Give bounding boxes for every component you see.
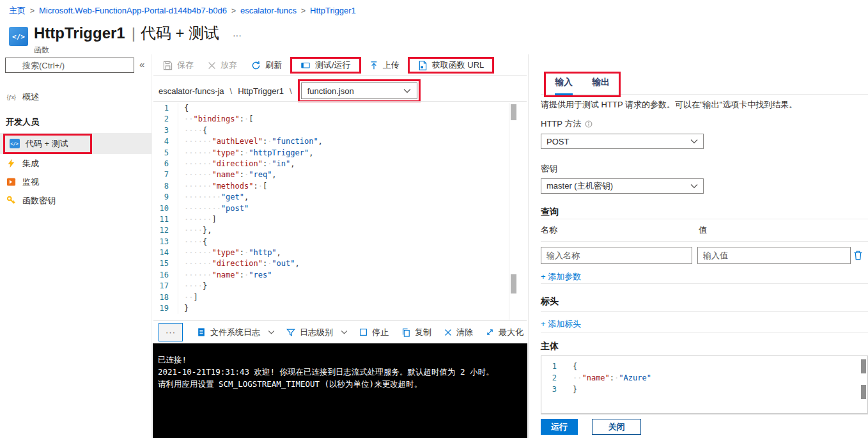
save-button[interactable]: 保存 bbox=[156, 59, 201, 71]
http-method-select[interactable]: POST bbox=[541, 134, 704, 149]
headers-section-title: 标头 bbox=[541, 296, 559, 308]
line-number: 9 bbox=[159, 192, 178, 203]
info-icon[interactable] bbox=[585, 120, 593, 128]
filter-icon bbox=[286, 328, 295, 337]
code-line: 2··"bindings":·[ bbox=[159, 114, 508, 125]
sidebar-item-monitor[interactable]: 监视 bbox=[0, 173, 151, 191]
add-parameter-link[interactable]: + 添加参数 bbox=[541, 271, 581, 283]
breadcrumb-separator: > bbox=[297, 6, 310, 15]
code-line: 5······"type":·"httpTrigger", bbox=[159, 148, 508, 159]
lightning-icon bbox=[6, 159, 17, 169]
query-value-input[interactable] bbox=[697, 247, 851, 264]
sidebar-item-function-keys[interactable]: 函数密钥 bbox=[0, 191, 151, 210]
chevron-down-icon bbox=[341, 330, 348, 334]
line-number: 2 bbox=[541, 372, 567, 384]
clear-button[interactable]: 清除 bbox=[438, 327, 479, 338]
more-ellipsis-icon[interactable]: ··· bbox=[233, 30, 242, 40]
add-header-link[interactable]: + 添加标头 bbox=[541, 318, 581, 330]
line-number: 13 bbox=[159, 237, 178, 247]
close-button[interactable]: 关闭 bbox=[592, 419, 641, 435]
http-method-label: HTTP 方法 bbox=[541, 118, 593, 130]
search-input[interactable] bbox=[5, 58, 134, 73]
file-select-dropdown[interactable]: function.json bbox=[301, 82, 417, 99]
scrollbar-thumb[interactable] bbox=[861, 359, 866, 373]
log-level-dropdown[interactable]: 日志级别 bbox=[280, 327, 339, 338]
page-title: HttpTrigger1|代码 + 测试 ··· bbox=[34, 23, 242, 43]
code-line: 15······"direction":·"out", bbox=[159, 258, 508, 269]
sidebar-item-code-test[interactable]: </> 代码 + 测试 bbox=[0, 133, 151, 154]
line-number: 14 bbox=[159, 247, 178, 258]
code-line: 8······"methods":·[ bbox=[159, 181, 508, 192]
file-breadcrumb-app[interactable]: escalator-funcs-ja bbox=[159, 86, 224, 96]
function-code-icon: </> bbox=[9, 27, 28, 46]
divider bbox=[541, 332, 868, 332]
delete-row-button[interactable] bbox=[853, 250, 863, 260]
line-number: 1 bbox=[159, 103, 178, 114]
request-body-editor[interactable]: 1{2··"name":·"Azure"3} bbox=[541, 356, 868, 414]
log-stream-console[interactable]: 已连接!2021-10-21T19:31:43 欢迎! 你现在已连接到日志流式处… bbox=[153, 343, 527, 438]
query-name-input[interactable] bbox=[541, 247, 692, 264]
line-number: 3 bbox=[159, 125, 178, 136]
upload-button[interactable]: 上传 bbox=[362, 59, 407, 71]
chevron-down-icon bbox=[690, 139, 698, 144]
discard-x-icon bbox=[208, 61, 216, 70]
filesystem-logs-dropdown[interactable]: 文件系统日志 bbox=[190, 327, 267, 338]
stop-button[interactable]: 停止 bbox=[353, 327, 395, 338]
line-number: 11 bbox=[159, 214, 178, 225]
console-line: 已连接! bbox=[158, 354, 522, 366]
save-icon bbox=[163, 61, 173, 70]
body-section-title: 主体 bbox=[541, 341, 559, 352]
file-breadcrumb: escalator-funcs-ja \ HttpTrigger1 \ func… bbox=[159, 81, 421, 100]
line-number: 18 bbox=[159, 292, 178, 303]
code-line: 16······"name":·"res" bbox=[159, 270, 508, 281]
line-number: 16 bbox=[159, 270, 178, 281]
test-run-button[interactable]: 测试/运行 bbox=[293, 59, 358, 71]
line-number: 8 bbox=[159, 181, 178, 192]
line-number: 4 bbox=[159, 136, 178, 147]
line-number: 17 bbox=[159, 281, 178, 292]
run-button[interactable]: 运行 bbox=[541, 419, 578, 435]
maximize-button[interactable]: 最大化 bbox=[479, 327, 530, 338]
discard-button[interactable]: 放弃 bbox=[201, 59, 244, 71]
get-url-icon bbox=[418, 61, 428, 70]
body-editor-scrollbar[interactable] bbox=[860, 357, 867, 412]
copy-button[interactable]: 复制 bbox=[395, 327, 438, 338]
breadcrumb-functionapp-portal[interactable]: Microsoft.Web-FunctionApp-Portal-d144b4b… bbox=[39, 6, 227, 15]
code-line: 10········"post" bbox=[159, 203, 508, 214]
sidebar-item-integration[interactable]: 集成 bbox=[0, 154, 151, 173]
refresh-button[interactable]: 刷新 bbox=[244, 59, 289, 71]
code-line: 12····}, bbox=[159, 225, 508, 236]
line-number: 1 bbox=[541, 361, 567, 372]
breadcrumb-escalator-funcs[interactable]: escalator-funcs bbox=[240, 6, 297, 15]
key-select[interactable]: master (主机密钥) bbox=[541, 178, 704, 194]
code-line: 7······"name":·"req", bbox=[159, 169, 508, 180]
breadcrumb-home[interactable]: 主页 bbox=[9, 6, 26, 15]
sidebar: « {ƒx} 概述 开发人员 </> 代码 + 测试 集成 监视 bbox=[0, 54, 152, 438]
scrollbar-thumb[interactable] bbox=[861, 385, 866, 399]
line-number: 12 bbox=[159, 225, 178, 236]
code-line: 17····} bbox=[159, 281, 508, 292]
editor-scrollbar[interactable] bbox=[509, 103, 516, 320]
tab-input[interactable]: 输入 bbox=[555, 77, 573, 95]
breadcrumb-separator: > bbox=[227, 6, 240, 15]
scrollbar-thumb[interactable] bbox=[511, 104, 516, 120]
breadcrumb-separator: > bbox=[26, 6, 39, 15]
console-more-button[interactable]: ··· bbox=[159, 323, 183, 341]
code-line: 6······"direction":·"in", bbox=[159, 159, 508, 169]
line-number: 3 bbox=[541, 384, 567, 395]
collapse-sidebar-button[interactable]: « bbox=[139, 59, 144, 70]
query-section-title: 查询 bbox=[541, 207, 559, 218]
fx-overview-icon: {ƒx} bbox=[6, 92, 17, 102]
file-breadcrumb-function[interactable]: HttpTrigger1 bbox=[238, 86, 284, 96]
breadcrumb-httptrigger1[interactable]: HttpTrigger1 bbox=[310, 6, 356, 15]
line-number: 19 bbox=[159, 303, 178, 314]
code-editor[interactable]: 1{2··"bindings":·[3····{4······"authLeve… bbox=[159, 103, 508, 320]
tab-output[interactable]: 输出 bbox=[592, 77, 610, 95]
get-function-url-button[interactable]: 获取函数 URL bbox=[411, 59, 492, 71]
sidebar-item-overview[interactable]: {ƒx} 概述 bbox=[0, 88, 151, 106]
line-number: 15 bbox=[159, 258, 178, 269]
annotation-box: 测试/运行 bbox=[290, 57, 361, 74]
trash-icon bbox=[853, 250, 863, 260]
scrollbar-thumb[interactable] bbox=[511, 274, 516, 293]
code-line: 1{ bbox=[159, 103, 508, 114]
